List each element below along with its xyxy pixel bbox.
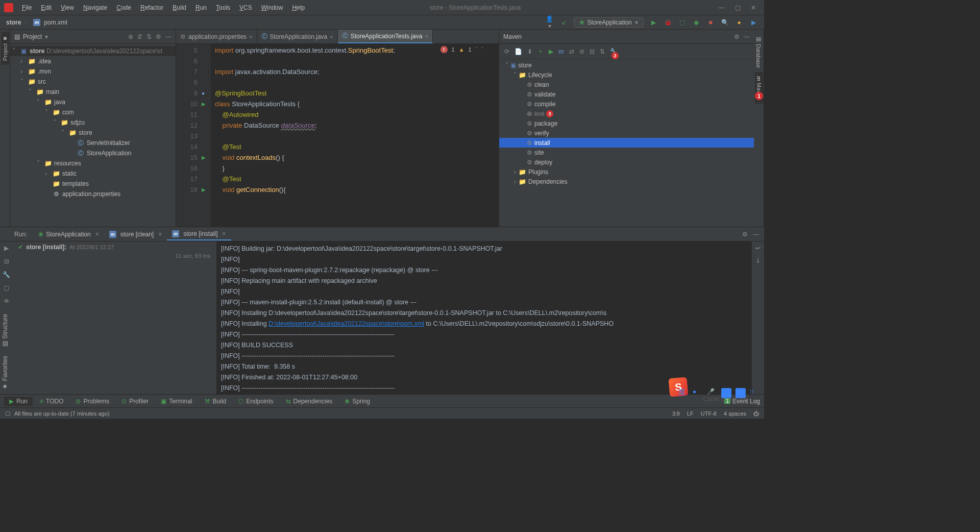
close-icon[interactable]: × (249, 34, 252, 40)
collapse-icon[interactable]: ⇅ (146, 33, 152, 40)
tree-node-sdjzu[interactable]: ˅📁sdjzu (10, 117, 176, 128)
skip-tests-icon[interactable]: ⊘ (579, 48, 584, 55)
soft-wrap-icon[interactable]: ↩ (755, 245, 761, 252)
menu-file[interactable]: File (18, 3, 35, 13)
rerun-icon[interactable]: ▶ (4, 245, 9, 252)
tree-node-application.properties[interactable]: ⚙application.properties (10, 189, 176, 199)
menu-view[interactable]: View (57, 3, 78, 13)
expand-icon[interactable]: ⇵ (137, 33, 142, 40)
scroll-icon[interactable]: ⤓ (755, 257, 761, 264)
eye-icon[interactable]: 👁 (4, 298, 10, 305)
bottom-tab-problems[interactable]: ⊘Problems (70, 397, 114, 406)
menu-tools[interactable]: Tools (212, 3, 234, 13)
bottom-tab-dependencies[interactable]: ⇆Dependencies (281, 397, 338, 406)
bottom-tab-run[interactable]: ▶Run (4, 397, 33, 406)
tree-node-src[interactable]: ˅📁src (10, 77, 176, 87)
status-item[interactable]: UTF-8 (701, 410, 717, 417)
project-tool-tab[interactable]: Project ■ (1, 32, 9, 65)
hide-icon[interactable]: — (753, 231, 759, 238)
close-icon[interactable]: × (425, 33, 428, 39)
download-icon[interactable]: ⬇ (527, 48, 532, 55)
search-icon[interactable]: 🔍 (720, 19, 729, 26)
tree-node-com[interactable]: ˅📁com (10, 107, 176, 117)
status-icon[interactable]: ▢ (5, 410, 10, 417)
maven-goal-validate[interactable]: ⚙validate (499, 89, 754, 99)
menu-code[interactable]: Code (113, 3, 135, 13)
tree-node-templates[interactable]: 📁templates (10, 179, 176, 189)
run-status[interactable]: ✔ store [install]: At 2022/8/1 12:27 (13, 241, 216, 253)
menu-build[interactable]: Build (169, 3, 190, 13)
filter-icon[interactable]: ▢ (4, 284, 9, 292)
stop-icon[interactable]: ■ (706, 19, 715, 26)
tree-node-main[interactable]: ˅📁main (10, 87, 176, 97)
status-item[interactable]: LF (687, 410, 694, 417)
run-tab[interactable]: mstore [install]× (167, 228, 231, 240)
gear-icon[interactable]: ⚙ (156, 33, 161, 40)
show-deps-icon[interactable]: ⊟ (590, 48, 595, 55)
maven-root[interactable]: ˅▣store (499, 60, 754, 70)
bottom-tab-spring[interactable]: ❀Spring (339, 397, 375, 406)
maven-goal-clean[interactable]: ⚙clean (499, 80, 754, 89)
editor-tab[interactable]: ⒸStoreApplicationTests.java× (338, 30, 433, 43)
gear-icon[interactable]: ⚙ (734, 33, 740, 40)
bottom-tab-todo[interactable]: ≡TODO (35, 397, 68, 406)
maven-goal-package[interactable]: ⚙package (499, 118, 754, 128)
menu-window[interactable]: Window (258, 3, 287, 13)
stop-icon[interactable]: ⊟ (4, 258, 9, 265)
tree-node-ServletInitializer[interactable]: ⒸServletInitializer (10, 138, 176, 148)
maven-deps[interactable]: ›📁Dependencies (499, 177, 754, 186)
maven-goal-test[interactable]: ⚙test3 (499, 109, 754, 118)
database-tool-tab[interactable]: ▤ Database (754, 32, 763, 72)
breadcrumb-file[interactable]: pom.xml (44, 19, 67, 26)
reload-icon[interactable]: ⟳ (504, 48, 509, 55)
status-item[interactable]: 4 spaces (724, 410, 746, 417)
bottom-tab-terminal[interactable]: ▣Terminal (156, 397, 197, 406)
m-icon[interactable]: m (558, 48, 564, 55)
run-icon[interactable]: ▶ (649, 19, 658, 26)
editor-tab[interactable]: ⒸStoreApplication.java× (257, 30, 338, 43)
tree-node-StoreApplication[interactable]: ⒸStoreApplication (10, 148, 176, 158)
close-icon[interactable]: × (330, 34, 333, 40)
generate-icon[interactable]: 📄 (514, 48, 522, 55)
inspection-indicator[interactable]: !1 ▲1 ˆˇ (440, 46, 483, 53)
run-config-selector[interactable]: ❀ StoreApplication ▾ (574, 17, 644, 28)
tree-node-.idea[interactable]: ›📁.idea (10, 56, 176, 66)
maven-plugins[interactable]: ›📁Plugins (499, 167, 754, 177)
menu-edit[interactable]: Edit (37, 3, 55, 13)
tree-node-.mvn[interactable]: ›📁.mvn (10, 66, 176, 77)
locate-icon[interactable]: ⊕ (128, 33, 133, 40)
hide-icon[interactable]: — (165, 33, 172, 40)
maven-goal-compile[interactable]: ⚙compile (499, 99, 754, 109)
menu-help[interactable]: Help (288, 3, 308, 13)
ide-update-icon[interactable]: ▶ (749, 19, 758, 26)
toggle-icon[interactable]: ⇄ (569, 48, 574, 55)
status-item[interactable]: ⏻ (753, 410, 759, 417)
tree-root[interactable]: ˅▣storeD:\developertool\Java\idea202122s… (10, 46, 176, 56)
run-tab[interactable]: mstore [clean]× (104, 228, 167, 240)
tree-node-java[interactable]: ˅📁java (10, 97, 176, 107)
tree-node-store[interactable]: ˅📁store (10, 128, 176, 138)
bottom-tab-endpoints[interactable]: ⬡Endpoints (233, 397, 278, 406)
gear-icon[interactable]: ⚙ (742, 231, 748, 238)
minimize-icon[interactable]: — (719, 4, 725, 11)
user-icon[interactable]: 👤▾ (545, 15, 554, 30)
maven-goal-verify[interactable]: ⚙verify (499, 128, 754, 138)
menu-run[interactable]: Run (192, 3, 210, 13)
structure-tool-tab[interactable]: ▤ Structure (1, 310, 10, 352)
menu-vcs[interactable]: VCS (236, 3, 256, 13)
notifications-icon[interactable]: ● (734, 19, 744, 26)
wrench-icon[interactable]: 🔧 (3, 271, 10, 278)
menu-refactor[interactable]: Refactor (137, 3, 167, 13)
bottom-tab-build[interactable]: ⚒Build (200, 397, 232, 406)
breadcrumb-project[interactable]: store (6, 19, 21, 26)
tree-node-static[interactable]: ›📁static (10, 168, 176, 179)
console-output[interactable]: [INFO] Building jar: D:\developertool\Ja… (217, 241, 752, 394)
run-tab[interactable]: ❀StoreApplication× (33, 228, 104, 240)
maven-lifecycle[interactable]: ˅📁Lifecycle (499, 70, 754, 80)
editor-tab[interactable]: ⚙application.properties× (176, 30, 257, 43)
add-icon[interactable]: ＋ (537, 47, 544, 56)
maven-goal-deploy[interactable]: ⚙deploy (499, 157, 754, 167)
maven-goal-install[interactable]: ⚙install (499, 138, 754, 148)
close-icon[interactable]: ✕ (751, 4, 756, 11)
coverage-icon[interactable]: ⬚ (677, 19, 687, 26)
